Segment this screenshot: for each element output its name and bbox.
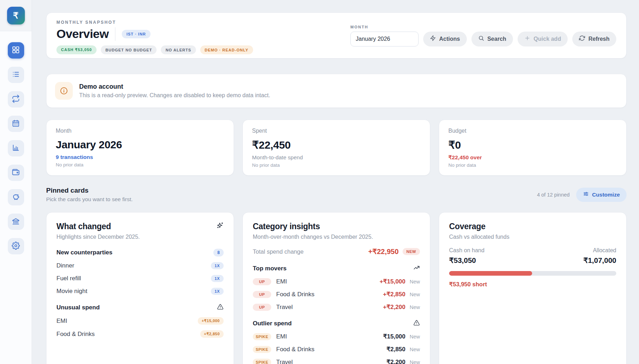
actions-button[interactable]: Actions — [423, 32, 467, 46]
refresh-icon — [579, 35, 585, 43]
spent-value: ₹22,450 — [252, 139, 421, 151]
header-eyebrow: MONTHLY SNAPSHOT — [56, 20, 253, 25]
coverage-shortfall: ₹53,950 short — [449, 281, 616, 288]
bank-building-icon — [12, 217, 20, 227]
bar-chart-icon — [12, 144, 20, 153]
gear-icon — [12, 242, 20, 251]
what-changed-subtitle: Highlights since December 2025. — [56, 234, 224, 240]
up-badge: UP — [253, 304, 271, 311]
frequency-badge: 1X — [211, 288, 224, 295]
list-item: Fuel refill 1X — [56, 275, 224, 282]
list-item: SPIKE EMI ₹15,000 New — [253, 333, 420, 340]
pinned-head-left: Pinned cards Pick the cards you want to … — [46, 187, 133, 203]
warning-triangle-icon — [217, 303, 224, 311]
new-counterparties-heading: New counterparties — [56, 249, 113, 256]
category-insights-card: Category insights Month-over-month chang… — [242, 212, 430, 364]
month-input[interactable] — [350, 32, 419, 46]
sidebar-item-transactions[interactable] — [8, 67, 24, 83]
up-badge: UP — [253, 291, 271, 298]
alerts-badge: NO ALERTS — [161, 45, 196, 54]
list-item: SPIKE Food & Drinks ₹2,850 New — [253, 346, 420, 353]
top-movers-heading: Top movers — [253, 265, 286, 272]
up-badge: UP — [253, 278, 271, 285]
cash-on-hand-label: Cash on hand — [449, 247, 485, 254]
sidebar-item-bank[interactable] — [8, 214, 24, 230]
lightning-icon — [430, 35, 436, 43]
header-controls: MONTH Actions Search Quick add Refres — [350, 20, 616, 51]
allocated-value: ₹1,07,000 — [583, 256, 616, 265]
coverage-subtitle: Cash vs allocated funds — [449, 234, 616, 240]
sidebar: ₹ — [0, 0, 32, 364]
frequency-badge: 1X — [211, 275, 224, 282]
card-label: Spent — [252, 128, 421, 134]
list-item: Dinner 1X — [56, 262, 224, 269]
title-divider — [115, 27, 115, 41]
logo-zone: ₹ — [0, 0, 32, 31]
plus-icon — [524, 35, 530, 43]
coverage-progress-fill — [449, 271, 532, 276]
cash-badge: CASH ₹53,050 — [56, 45, 97, 54]
sidebar-item-calendar[interactable] — [8, 116, 24, 132]
list-item: UP EMI +₹15,000 New — [253, 278, 420, 285]
allocated-label: Allocated — [593, 247, 616, 254]
card-label: Month — [56, 128, 224, 134]
list-item: UP Travel +₹2,200 New — [253, 303, 420, 311]
total-spend-change-label: Total spend change — [253, 248, 304, 255]
customize-button[interactable]: Customize — [576, 188, 627, 202]
budget-badge: BUDGET NO BUDGET — [101, 45, 157, 54]
budget-summary-card: Budget ₹0 ₹22,450 over No prior data — [439, 120, 627, 176]
category-insights-title: Category insights — [253, 222, 320, 231]
refresh-button[interactable]: Refresh — [572, 32, 616, 46]
header-left: MONTHLY SNAPSHOT Overview IST · INR CASH… — [56, 20, 253, 51]
sparkles-icon — [216, 222, 224, 231]
piggy-bank-icon — [12, 193, 20, 202]
list-item: EMI +₹15,000 — [56, 317, 224, 325]
calendar-icon — [12, 119, 20, 129]
sidebar-item-settings[interactable] — [8, 238, 24, 254]
sidebar-item-wallet[interactable] — [8, 165, 24, 181]
app-logo-rupee-icon[interactable]: ₹ — [7, 7, 25, 24]
sidebar-item-recurring[interactable] — [8, 91, 24, 107]
month-summary-card: Month January 2026 9 transactions No pri… — [46, 120, 234, 176]
scope-badge: IST · INR — [122, 30, 151, 38]
wallet-icon — [12, 168, 20, 178]
sidebar-item-savings[interactable] — [8, 189, 24, 205]
transactions-link[interactable]: 9 transactions — [56, 154, 224, 160]
list-item: Food & Drinks +₹2,850 — [56, 330, 224, 338]
new-badge: NEW — [403, 248, 420, 255]
what-changed-title: What changed — [56, 222, 111, 231]
sidebar-item-reports[interactable] — [8, 140, 24, 156]
repeat-arrows-icon — [12, 95, 20, 104]
quick-add-button[interactable]: Quick add — [518, 32, 568, 46]
warning-triangle-icon — [413, 319, 420, 327]
coverage-title: Coverage — [449, 222, 485, 231]
pinned-subtitle: Pick the cards you want to see first. — [46, 196, 133, 203]
demo-badge: DEMO · READ-ONLY — [200, 45, 253, 54]
what-changed-card: What changed Highlights since December 2… — [46, 212, 234, 364]
amount-badge: +₹15,000 — [198, 317, 224, 325]
spent-summary-card: Spent ₹22,450 Month-to-date spend No pri… — [242, 120, 430, 176]
outlier-spend-heading: Outlier spend — [253, 320, 292, 327]
category-insights-subtitle: Month-over-month changes vs December 202… — [253, 234, 420, 240]
amount-badge: +₹2,850 — [200, 330, 224, 338]
prior-data-note: No prior data — [56, 162, 224, 167]
spike-badge: SPIKE — [253, 359, 271, 364]
page-header-card: MONTHLY SNAPSHOT Overview IST · INR CASH… — [46, 12, 627, 59]
coverage-card: Coverage Cash vs allocated funds Cash on… — [439, 212, 627, 364]
spike-badge: SPIKE — [253, 333, 271, 340]
prior-data-note: No prior data — [252, 162, 421, 168]
status-badges: CASH ₹53,050 BUDGET NO BUDGET NO ALERTS … — [56, 45, 253, 54]
list-item: UP Food & Drinks +₹2,850 New — [253, 291, 420, 298]
search-icon — [478, 35, 484, 43]
pinned-cards-row: What changed Highlights since December 2… — [46, 212, 627, 364]
pinned-cards-header: Pinned cards Pick the cards you want to … — [46, 187, 627, 203]
sliders-icon — [583, 191, 589, 198]
cash-on-hand-value: ₹53,050 — [449, 256, 476, 265]
sidebar-item-dashboard[interactable] — [8, 42, 24, 59]
info-icon — [55, 82, 73, 100]
spent-subtitle: Month-to-date spend — [252, 154, 421, 161]
search-button[interactable]: Search — [471, 32, 513, 46]
list-item: Movie night 1X — [56, 288, 224, 295]
coverage-progress-track — [449, 271, 616, 276]
sidebar-nav — [8, 42, 24, 254]
